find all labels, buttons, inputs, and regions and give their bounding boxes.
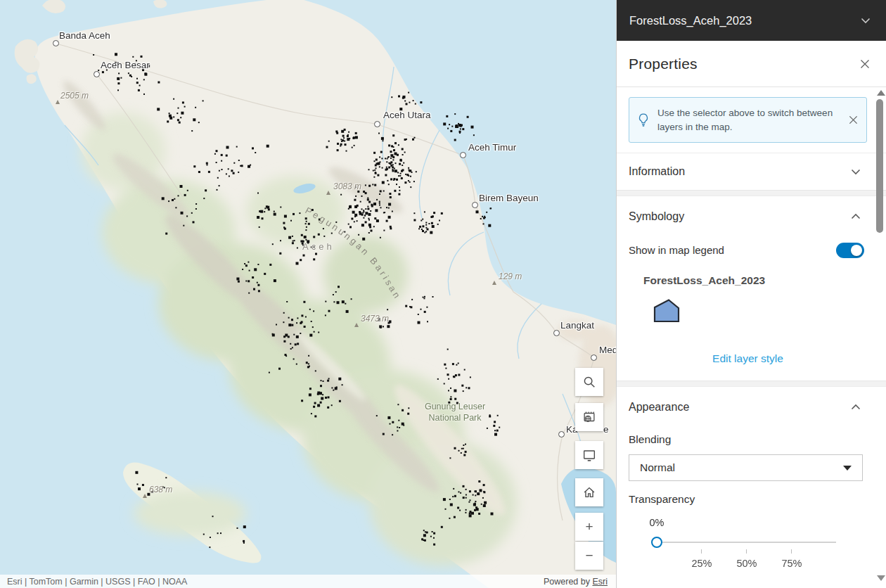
dropdown-caret-icon: [843, 466, 852, 471]
page-title: Properties: [629, 56, 698, 72]
section-divider: [617, 381, 886, 387]
powered-by: Powered by Esri: [544, 577, 608, 587]
polygon-symbol-swatch: [652, 298, 681, 325]
show-in-map-legend-label: Show in map legend: [629, 244, 724, 256]
park-label-line2: National Park: [413, 412, 497, 423]
city-label: Banda Aceh: [59, 30, 110, 41]
home-button[interactable]: [575, 478, 603, 506]
scrollbar-down-arrow[interactable]: [877, 575, 885, 581]
chevron-down-icon: [861, 18, 871, 24]
basemap-terrain: Pegunungan Barisan: [0, 0, 616, 588]
search-button[interactable]: [575, 368, 603, 396]
show-in-map-legend-toggle[interactable]: [836, 243, 864, 258]
section-information-label: Information: [629, 165, 685, 178]
screen-extent-button[interactable]: [575, 441, 603, 469]
section-symbology-label: Symbology: [629, 210, 684, 223]
polygon-symbol: [655, 300, 679, 322]
blending-label: Blending: [629, 433, 671, 446]
home-icon: [582, 485, 597, 500]
peak-triangle-icon: [492, 281, 496, 285]
slider-tick: [746, 549, 747, 554]
layer-selector-value: ForestLoss_Aceh_2023: [629, 14, 752, 27]
map-canvas[interactable]: Pegunungan Barisan Banda Aceh Aceh Besar…: [0, 0, 616, 588]
tick-label-75: 75%: [781, 558, 802, 569]
zoom-out-button[interactable]: −: [575, 542, 603, 570]
chevron-up-icon: [851, 213, 861, 219]
section-appearance-label: Appearance: [629, 401, 689, 414]
scrollbar-up-arrow[interactable]: [877, 90, 885, 96]
city-label: Birem Bayeun: [479, 193, 539, 203]
peak-label: 3473 m: [361, 314, 389, 324]
section-divider: [617, 190, 886, 196]
transparency-slider-track[interactable]: [657, 542, 836, 543]
peak-triangle-icon: [354, 323, 359, 327]
province-label: Aceh: [302, 241, 335, 252]
transparency-slider-handle[interactable]: [651, 537, 662, 548]
screen-icon: [582, 447, 597, 463]
section-appearance[interactable]: Appearance: [617, 388, 886, 426]
transparency-label: Transparency: [629, 493, 695, 506]
city-label: e: [603, 424, 609, 435]
close-icon: [849, 115, 858, 124]
layer-selector[interactable]: ForestLoss_Aceh_2023: [617, 0, 886, 41]
city-label: Aceh Timur: [468, 142, 516, 153]
city-marker-icon: [460, 152, 466, 158]
section-symbology[interactable]: Symbology: [617, 198, 886, 235]
park-label-line1: Gunung Leuser: [413, 401, 497, 412]
attribution-sources: Esri | TomTom | Garmin | USGS | FAO | NO…: [7, 577, 187, 587]
tick-label-25: 25%: [691, 558, 712, 569]
city-marker-icon: [53, 40, 59, 46]
city-label: Aceh Utara: [383, 110, 431, 120]
city-label: Med: [599, 345, 616, 355]
city-marker-icon: [591, 354, 597, 361]
slider-tick: [791, 549, 792, 554]
peak-label: 3083 m: [333, 181, 361, 191]
city-marker-icon: [374, 121, 380, 127]
search-icon: [582, 374, 597, 390]
city-label: Langkat: [560, 320, 594, 331]
peak-label: 2505 m: [60, 91, 89, 101]
national-park-label: Gunung Leuser National Park: [413, 401, 497, 423]
edit-layer-style-link[interactable]: Edit layer style: [629, 352, 867, 365]
peak-label: 129 m: [499, 271, 522, 281]
dismiss-notice-button[interactable]: [847, 114, 859, 126]
zoom-in-button[interactable]: +: [575, 513, 603, 541]
arcgis-map-viewer: Pegunungan Barisan Banda Aceh Aceh Besar…: [0, 0, 886, 588]
chevron-down-icon: [851, 169, 861, 175]
lightbulb-icon: [638, 113, 649, 127]
panel-header: Properties: [617, 41, 886, 87]
slider-tick: [701, 549, 702, 554]
peak-triangle-icon: [326, 191, 330, 195]
section-information[interactable]: Information: [617, 153, 886, 190]
close-panel-button[interactable]: [859, 58, 871, 70]
blending-value: Normal: [640, 461, 675, 474]
layer-selector-notice: Use the selector above to switch between…: [629, 97, 867, 143]
city-marker-icon: [558, 431, 565, 437]
properties-panel: ForestLoss_Aceh_2023 Properties Use the …: [616, 0, 886, 588]
city-label: Aceh Besar: [101, 60, 150, 70]
peak-label: 638 m: [149, 485, 172, 494]
chevron-up-icon: [851, 404, 861, 410]
transparency-value: 0%: [650, 517, 664, 528]
blending-select[interactable]: Normal: [629, 454, 863, 481]
basemap-button[interactable]: [575, 403, 603, 431]
city-marker-icon: [94, 71, 100, 77]
city-marker-icon: [472, 202, 478, 208]
tick-label-50: 50%: [736, 558, 757, 569]
city-marker-icon: [553, 330, 560, 336]
peak-triangle-icon: [56, 100, 60, 104]
legend-layer-title: ForestLoss_Aceh_2023: [643, 274, 765, 287]
peak-triangle-icon: [143, 494, 147, 498]
close-icon: [860, 59, 870, 69]
toggle-knob: [851, 245, 862, 256]
attribution-bar: Esri | TomTom | Garmin | USGS | FAO | NO…: [0, 575, 616, 588]
esri-link[interactable]: Esri: [592, 577, 608, 587]
basemap-icon: [582, 409, 597, 425]
powered-by-prefix: Powered by: [544, 577, 592, 587]
scrollbar-thumb[interactable]: [876, 99, 883, 233]
notice-text: Use the selector above to switch between…: [657, 106, 842, 134]
